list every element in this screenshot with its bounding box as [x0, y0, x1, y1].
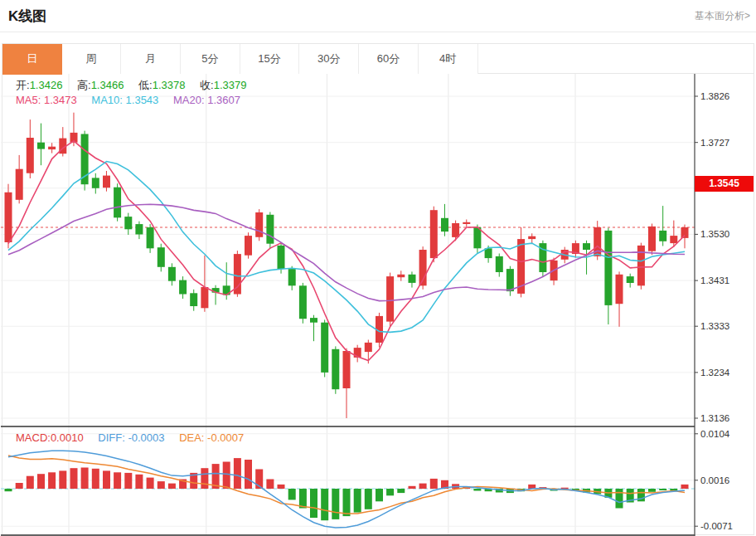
- macd-hist-bar: [48, 472, 56, 489]
- macd-hist-bar: [16, 483, 23, 489]
- candle-body: [681, 227, 689, 238]
- candle-body: [124, 217, 132, 229]
- macd-hist-bar: [158, 481, 165, 489]
- fundamental-analysis-link[interactable]: 基本面分析>: [695, 9, 750, 23]
- macd-hist-bar: [103, 470, 110, 489]
- candle-body: [37, 143, 45, 149]
- candle-body: [16, 169, 23, 200]
- macd-hist-bar: [27, 476, 34, 489]
- candle-body: [616, 275, 623, 304]
- macd-hist-bar: [332, 489, 339, 519]
- candle-body: [158, 247, 165, 267]
- tab-5[interactable]: 15分: [240, 44, 300, 74]
- macd-hist-bar: [648, 489, 656, 492]
- dea-value: -0.0007: [207, 431, 244, 444]
- candle-body: [343, 351, 351, 388]
- candle-body: [190, 293, 197, 306]
- candle-body: [168, 267, 176, 281]
- ma5-value: 1.3473: [44, 94, 77, 106]
- y-axis-label: 1.3826: [700, 91, 729, 101]
- macd-hist-bar: [168, 484, 176, 489]
- candle-body: [397, 275, 405, 277]
- tab-6[interactable]: 30分: [299, 44, 359, 74]
- macd-hist-bar: [343, 489, 351, 516]
- macd-hist-bar: [681, 485, 689, 489]
- candle-body: [648, 227, 656, 251]
- candle-body: [288, 269, 296, 285]
- macd-label: MACD:: [16, 431, 51, 444]
- candle-body: [201, 287, 208, 308]
- candle-body: [103, 176, 110, 188]
- macd-hist-bar: [659, 489, 666, 490]
- y-axis-label: 1.3234: [700, 368, 730, 378]
- macd-hist-bar: [92, 469, 99, 489]
- candle-body: [299, 285, 307, 319]
- kline-chart-svg[interactable]: 1.38261.37271.36291.35301.34311.33331.32…: [1, 74, 755, 536]
- ma10-label: MA10:: [91, 94, 123, 106]
- macd-hist-bar: [473, 489, 481, 491]
- tab-7[interactable]: 60分: [359, 44, 419, 74]
- close-label: 收:: [200, 79, 214, 91]
- candle-body: [506, 269, 514, 291]
- period-tab-bar: 日周月5分15分30分60分4时: [2, 44, 754, 74]
- macd-hist-bar: [397, 489, 405, 493]
- macd-hist-bar: [114, 472, 121, 489]
- candle-body: [48, 147, 56, 149]
- chart-area[interactable]: 1.38261.37271.36291.35301.34311.33331.32…: [1, 74, 755, 536]
- tab-3[interactable]: 月: [121, 44, 181, 74]
- tab-4[interactable]: 5分: [181, 44, 240, 74]
- macd-hist-bar: [81, 468, 89, 490]
- macd-hist-bar: [278, 485, 285, 489]
- ma-readout: MA5: 1.3473 MA10: 1.3543 MA20: 1.3607: [16, 94, 252, 106]
- candle-body: [583, 243, 590, 250]
- y-axis-label: 1.3136: [700, 413, 729, 423]
- ma20-line: [8, 204, 685, 300]
- candle-body: [528, 236, 536, 239]
- macd-hist-bar: [5, 489, 12, 491]
- ma20-value: 1.3607: [207, 94, 240, 106]
- close-value: 1.3379: [214, 79, 247, 91]
- diff-label: DIFF:: [98, 431, 125, 444]
- candle-body: [463, 222, 470, 224]
- macd-hist-bar: [59, 470, 66, 489]
- ohlc-readout: 开:1.3426 高:1.3466 低:1.3378 收:1.3379: [16, 78, 258, 93]
- y-axis-label: 1.3727: [700, 138, 729, 148]
- kline-widget: 日周月5分15分30分60分4时 1.38261.37271.36291.353…: [2, 43, 754, 535]
- macd-hist-bar: [299, 489, 307, 509]
- macd-hist-bar: [376, 489, 383, 501]
- candle-body: [430, 210, 438, 258]
- open-label: 开:: [16, 79, 30, 91]
- candle-body: [92, 178, 99, 188]
- macd-hist-bar: [288, 489, 296, 499]
- macd-hist-bar: [223, 462, 230, 490]
- y-axis-label: 1.3431: [700, 275, 729, 285]
- high-value: 1.3466: [91, 79, 124, 91]
- candle-body: [27, 138, 34, 173]
- tab-1[interactable]: 日: [2, 44, 62, 75]
- dea-label: DEA:: [179, 431, 204, 444]
- candle-body: [245, 236, 252, 256]
- kline-page: K线图 基本面分析> 日周月5分15分30分60分4时 1.38261.3727…: [0, 0, 756, 536]
- macd-hist-bar: [419, 484, 427, 489]
- macd-hist-bar: [670, 489, 677, 490]
- macd-hist-bar: [365, 489, 372, 509]
- macd-hist-bar: [354, 489, 361, 513]
- title-divider: [0, 32, 756, 32]
- tab-8[interactable]: 4时: [419, 44, 478, 74]
- candle-body: [135, 224, 143, 234]
- page-title: K线图: [8, 7, 46, 26]
- candle-body: [179, 280, 187, 295]
- macd-hist-bar: [430, 479, 438, 489]
- macd-hist-bar: [201, 468, 208, 489]
- tab-2[interactable]: 周: [62, 44, 122, 74]
- candle-body: [473, 227, 481, 248]
- candle-body: [409, 275, 416, 283]
- candle-body: [147, 227, 154, 248]
- macd-hist-bar: [321, 489, 328, 520]
- candle-body: [310, 318, 317, 323]
- ma20-label: MA20:: [173, 94, 205, 106]
- low-value: 1.3378: [153, 79, 186, 91]
- candle-body: [365, 343, 372, 352]
- macd-value: 0.0010: [51, 431, 84, 444]
- macd-hist-bar: [234, 458, 241, 489]
